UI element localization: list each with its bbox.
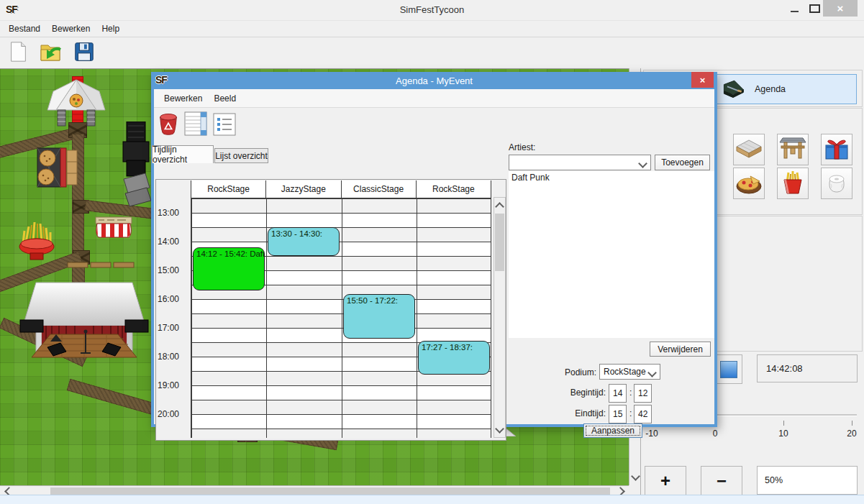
artist-list-item[interactable]: Daft Punk: [509, 171, 714, 184]
save-file-button[interactable]: [71, 40, 98, 67]
speaker-rig-icon: [121, 122, 151, 208]
schedule-event[interactable]: 14:12 - 15:42: Daft Punk: [193, 247, 265, 290]
column-header-jazzystage: JazzyStage: [266, 180, 341, 198]
grid-column-line: [491, 198, 491, 438]
schedule-scrollbar[interactable]: [494, 197, 506, 438]
schedule-grid[interactable]: 14:12 - 15:42: Daft Punk13:30 - 14:30:15…: [191, 198, 491, 438]
podium-label: Podium:: [537, 367, 596, 377]
minimize-icon: [791, 11, 799, 12]
new-file-button[interactable]: [4, 40, 32, 67]
end-minute-field[interactable]: 42: [634, 405, 652, 423]
begin-hour-field[interactable]: 14: [609, 384, 627, 403]
chevron-down-icon: [647, 368, 657, 377]
scroll-down-icon[interactable]: [494, 423, 505, 437]
timeline-view-icon: [184, 111, 207, 139]
striped-stand-icon: [94, 216, 133, 243]
dialog-body: BewerkenBeeld: [154, 89, 714, 424]
main-titlebar: SF SimFestTycoon ×: [0, 0, 864, 20]
tab-tijdlijn-overzicht[interactable]: Tijdlijn overzicht: [152, 145, 214, 163]
dialog-close-button[interactable]: ×: [691, 72, 714, 88]
column-header-classicstage: ClassicStage: [342, 180, 417, 198]
delete-event-button[interactable]: [155, 111, 181, 139]
remove-artist-button[interactable]: Verwijderen: [650, 342, 711, 357]
schedule-event[interactable]: 17:27 - 18:37:: [418, 341, 490, 375]
clock-display: 14:42:08: [757, 354, 858, 382]
dialog-titlebar[interactable]: SF Agenda - MyEvent ×: [151, 72, 717, 89]
time-colon: :: [629, 408, 632, 418]
close-button[interactable]: ×: [823, 0, 858, 17]
menu-bewerken[interactable]: Bewerken: [46, 22, 96, 36]
apply-button[interactable]: Aanpassen: [583, 423, 642, 438]
maximize-icon: [809, 4, 820, 13]
grid-column-line: [342, 198, 342, 438]
zoom-out-button[interactable]: −: [701, 466, 742, 496]
time-colon: :: [629, 388, 632, 398]
time-label: 20:00: [158, 409, 179, 419]
slider-tick-label: 0: [703, 429, 727, 439]
agenda-book-icon: [720, 78, 746, 101]
dialog-menu-bewerken[interactable]: Bewerken: [158, 91, 208, 106]
app-window: SF SimFestTycoon × BestandBewerkenHelp: [0, 0, 864, 504]
list-view-button[interactable]: [212, 111, 237, 139]
timeline-view-button[interactable]: [183, 111, 209, 138]
main-toolbar: [0, 37, 864, 68]
planks-icon: [67, 261, 139, 268]
tent-icon: [46, 78, 106, 130]
main-menubar: BestandBewerkenHelp: [0, 20, 864, 37]
agenda-dialog: SF Agenda - MyEvent × BewerkenBeeld: [151, 72, 717, 427]
time-label: 19:00: [158, 380, 179, 390]
dialog-menu-beeld[interactable]: Beeld: [208, 91, 242, 106]
play-button[interactable]: [715, 354, 742, 384]
dialog-title: Agenda - MyEvent: [151, 75, 717, 86]
slider-tick-label: -10: [640, 429, 664, 439]
item-button-gate[interactable]: [777, 134, 809, 165]
time-label: 18:00: [158, 352, 179, 362]
schedule-event[interactable]: 13:30 - 14:30:: [268, 227, 340, 256]
podium-combo-value: RockStage: [604, 367, 646, 377]
time-label: 14:00: [158, 237, 179, 247]
begin-time-label: Begintijd:: [548, 388, 606, 398]
planks-icon: [66, 150, 78, 185]
item-button-gift[interactable]: [821, 134, 852, 165]
grid-column-line: [266, 198, 267, 438]
burger-stand-icon: [33, 147, 68, 190]
add-artist-button[interactable]: Toevoegen: [655, 155, 710, 170]
item-button-toilet-paper[interactable]: [821, 168, 852, 199]
podium-combobox[interactable]: RockStage: [599, 364, 660, 380]
artist-combobox[interactable]: [509, 155, 651, 170]
stage-icon: [19, 281, 150, 362]
new-file-icon: [6, 40, 29, 66]
open-file-button[interactable]: [37, 40, 65, 67]
time-axis: 13:0014:0015:0016:0017:0018:0019:0020:00: [156, 180, 191, 438]
time-label: 16:00: [158, 294, 179, 304]
artist-label: Artiest:: [509, 142, 535, 152]
scroll-up-icon[interactable]: [494, 198, 505, 212]
item-button-platform[interactable]: [733, 134, 765, 165]
gate-icon: [778, 136, 807, 164]
begin-minute-field[interactable]: 12: [634, 384, 652, 403]
dialog-menubar: BewerkenBeeld: [154, 89, 714, 108]
item-button-fries[interactable]: [777, 168, 809, 199]
zoom-in-button[interactable]: +: [645, 466, 686, 496]
menu-bestand[interactable]: Bestand: [3, 22, 46, 36]
slider-tick-label: 10: [771, 429, 796, 439]
schedule-event[interactable]: 15:50 - 17:22:: [343, 294, 415, 338]
grid-column-line: [191, 198, 192, 438]
end-hour-field[interactable]: 15: [609, 405, 627, 423]
status-bar: [0, 495, 864, 504]
slider-tick-label: 20: [840, 429, 864, 439]
column-header-rockstage: RockStage: [417, 180, 491, 198]
delete-trash-icon: [158, 112, 178, 139]
window-title: SimFestTycoon: [0, 4, 864, 15]
save-icon: [73, 40, 96, 66]
scrollbar-thumb[interactable]: [495, 214, 504, 271]
slider-tick: [852, 421, 852, 426]
agenda-button-label: Agenda: [755, 84, 786, 94]
item-button-pizza[interactable]: [733, 168, 765, 199]
artist-list[interactable]: Daft Punk: [509, 171, 714, 338]
zoom-level-display: 50%: [757, 466, 858, 495]
tab-lijst-overzicht[interactable]: Lijst overzicht: [214, 148, 268, 163]
open-folder-icon: [38, 40, 64, 66]
time-label: 13:00: [158, 208, 179, 218]
menu-help[interactable]: Help: [96, 22, 125, 36]
